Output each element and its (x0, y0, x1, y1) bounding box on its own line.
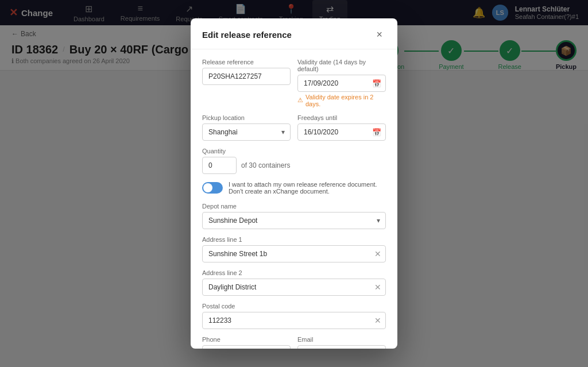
phone-input[interactable] (202, 345, 291, 349)
phone-group: Phone ✕ (202, 336, 291, 349)
email-group: Email ✕ (297, 336, 386, 349)
pickup-location-group: Pickup location Shanghai (202, 114, 291, 141)
validity-warning: ⚠ Validity date expires in 2 days. (297, 94, 386, 107)
postal-code-wrapper: ✕ (202, 312, 386, 329)
pickup-location-label: Pickup location (202, 114, 291, 121)
form-row-2: Pickup location Shanghai Freedays until … (202, 114, 386, 141)
modal-overlay: Edit release reference × Release referen… (0, 0, 588, 367)
modal-title: Edit release reference (202, 30, 292, 40)
quantity-row: of 30 containers (202, 157, 386, 174)
form-row-phone-email: Phone ✕ Email ✕ (202, 336, 386, 349)
depot-name-select-wrapper: Sunshine Depot (202, 212, 386, 229)
address-line2-group: Address line 2 ✕ (202, 269, 386, 296)
modal-body: Release reference Validity date (14 days… (191, 49, 397, 349)
address-line2-input[interactable] (202, 279, 386, 296)
toggle-label: I want to attach my own release referenc… (229, 181, 386, 195)
quantity-of-text: of 30 containers (241, 161, 290, 169)
depot-name-group: Depot name Sunshine Depot (202, 203, 386, 229)
toggle-switch[interactable] (202, 182, 223, 194)
phone-wrapper: ✕ (202, 345, 291, 349)
address-line2-wrapper: ✕ (202, 279, 386, 296)
address-line2-label: Address line 2 (202, 269, 386, 276)
postal-code-input[interactable] (202, 312, 386, 329)
release-reference-input[interactable] (202, 68, 291, 85)
address-line1-input[interactable] (202, 245, 386, 262)
address-line2-clear-button[interactable]: ✕ (374, 283, 381, 292)
depot-name-label: Depot name (202, 203, 386, 210)
release-reference-label: Release reference (202, 59, 291, 65)
quantity-input[interactable] (202, 157, 237, 174)
freedays-calendar-icon: 📅 (372, 128, 381, 136)
toggle-slider (202, 182, 223, 194)
validity-date-label: Validity date (14 days by default) (297, 59, 386, 72)
phone-label: Phone (202, 336, 291, 343)
postal-code-label: Postal code (202, 303, 386, 310)
modal-close-button[interactable]: × (373, 28, 386, 42)
pickup-location-select-wrapper: Shanghai (202, 123, 291, 141)
quantity-group: Quantity of 30 containers (202, 148, 386, 174)
address-line1-wrapper: ✕ (202, 245, 386, 262)
postal-code-clear-button[interactable]: ✕ (374, 316, 381, 325)
depot-name-select[interactable]: Sunshine Depot (202, 212, 386, 229)
form-row-1: Release reference Validity date (14 days… (202, 59, 386, 107)
email-label: Email (297, 336, 386, 343)
validity-date-group: Validity date (14 days by default) 📅 ⚠ V… (297, 59, 386, 107)
release-reference-group: Release reference (202, 59, 291, 107)
calendar-icon: 📅 (372, 79, 381, 87)
warning-icon: ⚠ (297, 96, 303, 104)
modal-header: Edit release reference × (191, 18, 397, 49)
postal-code-group: Postal code ✕ (202, 303, 386, 329)
address-line1-label: Address line 1 (202, 236, 386, 243)
pickup-location-select[interactable]: Shanghai (202, 123, 291, 141)
freedays-label: Freedays until (297, 114, 386, 121)
email-input[interactable] (297, 345, 386, 349)
quantity-label: Quantity (202, 148, 386, 154)
edit-release-reference-modal: Edit release reference × Release referen… (191, 18, 397, 349)
page-background: ← Back ID 18362 / Buy 20 × 40RF (Cargo w… (0, 25, 588, 367)
address-line1-clear-button[interactable]: ✕ (374, 249, 381, 258)
email-wrapper: ✕ (297, 345, 386, 349)
freedays-group: Freedays until 📅 (297, 114, 386, 141)
toggle-row: I want to attach my own release referenc… (202, 181, 386, 195)
address-line1-group: Address line 1 ✕ (202, 236, 386, 262)
